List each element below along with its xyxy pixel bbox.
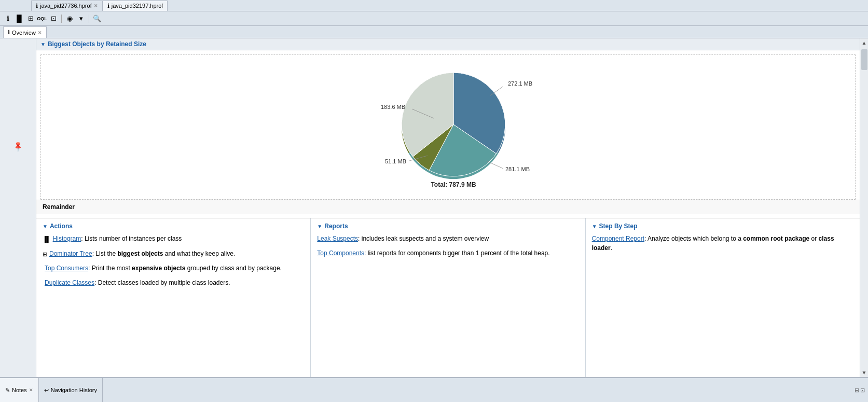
leak-suspects-desc: : includes leak suspects and a system ov… xyxy=(358,235,489,242)
actions-arrow: ▼ xyxy=(43,224,48,229)
scroll-up-arrow[interactable]: ▲ xyxy=(860,38,868,47)
notes-icon: ✎ xyxy=(5,387,10,394)
main-content: 📌 ▼ Biggest Objects by Retained Size xyxy=(0,38,868,377)
dominator-desc: : List the biggest objects and what they… xyxy=(92,250,235,257)
main-panel: ▼ Biggest Objects by Retained Size xyxy=(36,38,860,377)
left-gutter: 📌 xyxy=(0,38,36,377)
nav-history-label: Navigation History xyxy=(51,387,97,393)
action-duplicate-text: Duplicate Classes: Detect classes loaded… xyxy=(45,278,230,287)
action-dominator: ⊞ Dominator Tree: List the biggest objec… xyxy=(43,249,304,259)
file-tab-2[interactable]: ℹ java_pid32197.hprof xyxy=(103,1,168,11)
step-by-step-arrow: ▼ xyxy=(592,224,597,229)
step-by-step-title: Step By Step xyxy=(599,223,638,230)
step-component-report: Component Report: Analyze objects which … xyxy=(592,234,853,253)
component-report-link[interactable]: Component Report xyxy=(592,235,644,242)
bottom-right-icons: ⊟ ⊡ xyxy=(855,378,868,402)
duplicate-classes-link[interactable]: Duplicate Classes xyxy=(45,279,94,286)
toolbar-report-icon[interactable]: ◉ xyxy=(65,14,74,23)
histogram-link[interactable]: Histogram xyxy=(53,235,81,242)
dominator-icon: ⊞ xyxy=(43,250,47,259)
top-components-desc: : list reports for components bigger tha… xyxy=(364,249,550,257)
scroll-down-arrow[interactable]: ▼ xyxy=(860,368,868,377)
svg-line-3 xyxy=(487,161,503,169)
leak-suspects-link[interactable]: Leak Suspects xyxy=(317,235,358,242)
toolbar-search-icon[interactable]: 🔍 xyxy=(92,14,102,23)
file-tab-2-icon: ℹ xyxy=(107,3,109,9)
scroll-thumb[interactable] xyxy=(861,49,867,70)
overview-tab-label: Overview xyxy=(12,30,36,36)
leak-suspects-text: Leak Suspects: includes leak suspects an… xyxy=(317,234,489,243)
label-51: 51.1 MB xyxy=(385,158,406,164)
action-histogram: ▐▌ Histogram: Lists number of instances … xyxy=(43,234,304,244)
toolbar: ℹ ▐▌ ⊞ OQL ⊡ ◉ ▾ 🔍 xyxy=(0,11,868,26)
toolbar-thread-icon[interactable]: ⊡ xyxy=(49,14,58,23)
label-272: 272.1 MB xyxy=(508,80,532,87)
pie-chart-final: 272.1 MB 183.6 MB 51.1 MB 281.1 MB Total… xyxy=(350,60,547,189)
notes-tab[interactable]: ✎ Notes ✕ xyxy=(0,378,39,402)
bottom-panel: ✎ Notes ✕ ↩ Navigation History ⊟ ⊡ xyxy=(0,377,868,402)
action-dominator-text: Dominator Tree: List the biggest objects… xyxy=(49,249,235,258)
action-top-consumers: Top Consumers: Print the most expensive … xyxy=(43,264,304,273)
reports-header: ▼ Reports xyxy=(317,223,578,230)
toolbar-report-dropdown-icon[interactable]: ▾ xyxy=(76,14,86,23)
file-tab-1-close[interactable]: ✕ xyxy=(94,3,98,8)
nav-history-tab[interactable]: ↩ Navigation History xyxy=(39,378,103,402)
maximize-bottom-icon[interactable]: ⊡ xyxy=(860,387,865,394)
actions-column: ▼ Actions ▐▌ Histogram: Lists number of … xyxy=(36,218,311,377)
total-label: Total: 787.9 MB xyxy=(431,181,476,188)
pie-container: 272.1 MB 183.6 MB 51.1 MB 281.1 MB Total… xyxy=(350,60,547,195)
top-components-link[interactable]: Top Components xyxy=(317,249,364,257)
section-arrow-biggest: ▼ xyxy=(40,41,46,47)
main-tab-bar: ℹ Overview ✕ xyxy=(0,26,868,38)
step-by-step-header: ▼ Step By Step xyxy=(592,223,853,230)
dominator-link[interactable]: Dominator Tree xyxy=(49,250,92,257)
file-tab-bar: ℹ java_pid27736.hprof ✕ ℹ java_pid32197.… xyxy=(0,0,868,11)
nav-history-icon: ↩ xyxy=(44,387,49,394)
chart-area: 272.1 MB 183.6 MB 51.1 MB 281.1 MB Total… xyxy=(40,54,856,200)
actions-title: Actions xyxy=(50,223,73,230)
toolbar-oql-icon[interactable]: OQL xyxy=(37,14,47,23)
overview-tab[interactable]: ℹ Overview ✕ xyxy=(3,26,47,38)
overview-tab-icon: ℹ xyxy=(8,29,10,36)
action-top-consumers-text: Top Consumers: Print the most expensive … xyxy=(45,264,282,273)
histogram-desc: : Lists number of instances per class xyxy=(81,235,182,242)
actions-header: ▼ Actions xyxy=(43,223,304,230)
duplicate-classes-desc: : Detect classes loaded by multiple clas… xyxy=(94,279,230,286)
toolbar-dominator-icon[interactable]: ⊞ xyxy=(26,14,35,23)
section-header-biggest-objects: ▼ Biggest Objects by Retained Size xyxy=(36,38,860,50)
label-183: 183.6 MB xyxy=(381,104,405,110)
histogram-icon: ▐▌ xyxy=(43,235,51,244)
toolbar-info-icon[interactable]: ℹ xyxy=(3,14,12,23)
file-tab-2-label: java_pid32197.hprof xyxy=(112,3,163,9)
section-title-biggest: Biggest Objects by Retained Size xyxy=(48,40,146,48)
reports-title: Reports xyxy=(324,223,348,230)
top-consumers-desc: : Print the most expensive objects group… xyxy=(88,265,282,272)
action-duplicate-classes: Duplicate Classes: Detect classes loaded… xyxy=(43,278,304,287)
overview-tab-close[interactable]: ✕ xyxy=(38,30,42,35)
toolbar-sep-2 xyxy=(89,15,89,23)
report-top-components: Top Components: list reports for compone… xyxy=(317,248,578,258)
reports-arrow: ▼ xyxy=(317,224,322,229)
remainder-label: Remainder xyxy=(43,203,75,211)
top-consumers-link[interactable]: Top Consumers xyxy=(45,265,88,272)
toolbar-histogram-icon[interactable]: ▐▌ xyxy=(15,14,24,23)
minimize-bottom-icon[interactable]: ⊟ xyxy=(855,387,859,394)
component-report-text: Component Report: Analyze objects which … xyxy=(592,234,853,253)
notes-label: Notes xyxy=(12,387,27,393)
label-281: 281.1 MB xyxy=(505,166,530,172)
file-tab-1-icon: ℹ xyxy=(36,3,38,9)
toolbar-sep-1 xyxy=(61,15,62,23)
report-leak-suspects: Leak Suspects: includes leak suspects an… xyxy=(317,234,578,243)
right-scrollbar: ▲ ▼ xyxy=(860,38,868,377)
pin-icon[interactable]: 📌 xyxy=(12,140,24,152)
reports-column: ▼ Reports Leak Suspects: includes leak s… xyxy=(311,218,585,377)
remainder-bar: Remainder xyxy=(36,200,860,214)
file-tab-1-label: java_pid27736.hprof xyxy=(40,3,92,9)
three-columns: ▼ Actions ▐▌ Histogram: Lists number of … xyxy=(36,218,860,377)
file-tab-1[interactable]: ℹ java_pid27736.hprof ✕ xyxy=(31,1,103,11)
top-components-text: Top Components: list reports for compone… xyxy=(317,248,549,258)
action-histogram-text: Histogram: Lists number of instances per… xyxy=(53,234,182,243)
notes-tab-close[interactable]: ✕ xyxy=(29,387,33,393)
step-by-step-column: ▼ Step By Step Component Report: Analyze… xyxy=(586,218,860,377)
